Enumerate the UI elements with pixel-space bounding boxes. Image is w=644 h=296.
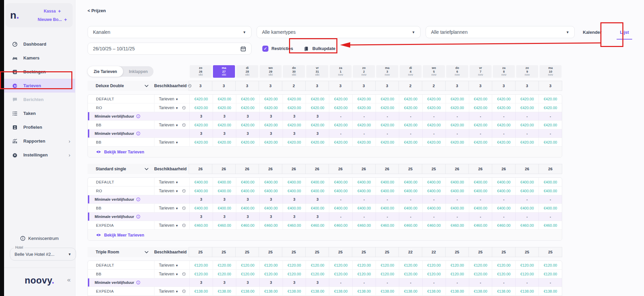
price-cell[interactable]: €460.00	[259, 221, 283, 229]
min-stay-cell[interactable]: -	[446, 213, 469, 221]
price-cell[interactable]: €420.00	[399, 121, 422, 129]
price-cell[interactable]: €420.00	[539, 95, 562, 103]
price-cell[interactable]: €400.00	[376, 187, 399, 195]
price-cell[interactable]: €420.00	[422, 121, 446, 129]
price-cell[interactable]: €420.00	[189, 138, 213, 146]
rate-plans-select[interactable]: Alle tariefplannen ▼	[426, 26, 575, 38]
price-cell[interactable]: €420.00	[446, 103, 469, 112]
price-cell[interactable]: €400.00	[492, 204, 515, 212]
price-cell[interactable]: €120.00	[236, 270, 259, 278]
min-stay-cell[interactable]: -	[446, 112, 469, 120]
min-stay-cell[interactable]: -	[399, 278, 422, 287]
min-stay-cell[interactable]: 3	[213, 129, 236, 138]
price-cell[interactable]: €400.00	[329, 204, 352, 212]
price-cell[interactable]: €420.00	[446, 121, 469, 129]
price-cell[interactable]: €420.00	[399, 138, 422, 146]
price-cell[interactable]: €460.00	[539, 221, 562, 229]
restrictions-checkbox[interactable]: ✓ Restricties	[262, 46, 293, 52]
price-cell[interactable]: €138.00	[352, 287, 376, 295]
price-cell[interactable]: €460.00	[469, 221, 492, 229]
price-cell[interactable]: €120.00	[376, 270, 399, 278]
price-cell[interactable]: €400.00	[306, 187, 329, 195]
price-cell[interactable]: €120.00	[352, 270, 376, 278]
min-stay-cell[interactable]: 3	[189, 278, 213, 287]
min-stay-cell[interactable]: -	[515, 112, 539, 120]
min-stay-cell[interactable]: 3	[283, 278, 306, 287]
calendar-view-tab[interactable]: Kalender	[580, 30, 604, 35]
price-cell[interactable]: €400.00	[399, 187, 422, 195]
price-cell[interactable]: €400.00	[515, 204, 539, 212]
price-cell[interactable]: €420.00	[236, 103, 259, 112]
price-cell[interactable]: €420.00	[213, 121, 236, 129]
price-cell[interactable]: €420.00	[329, 121, 352, 129]
price-cell[interactable]: €400.00	[469, 187, 492, 195]
price-cell[interactable]: €400.00	[469, 178, 492, 186]
date-chip[interactable]: ma10nov	[540, 65, 562, 78]
price-cell[interactable]: €420.00	[213, 103, 236, 112]
min-stay-cell[interactable]: -	[492, 278, 515, 287]
price-cell[interactable]: €138.00	[213, 287, 236, 295]
date-chip[interactable]: wo29okt	[260, 65, 282, 78]
price-cell[interactable]: €138.00	[469, 287, 492, 295]
price-cell[interactable]: €420.00	[329, 103, 352, 112]
price-cell[interactable]: €420.00	[259, 103, 283, 112]
min-stay-cell[interactable]: -	[539, 112, 562, 120]
price-cell[interactable]: €400.00	[283, 187, 306, 195]
price-cell[interactable]: €120.00	[539, 270, 562, 278]
price-cell[interactable]: €400.00	[515, 178, 539, 186]
min-stay-cell[interactable]: -	[329, 195, 352, 203]
price-cell[interactable]: €120.00	[283, 270, 306, 278]
price-cell[interactable]: €400.00	[399, 204, 422, 212]
date-chip[interactable]: vr31okt	[306, 65, 328, 78]
price-cell[interactable]: €400.00	[306, 178, 329, 186]
room-select[interactable]: Deluxe Double	[88, 81, 154, 91]
price-cell[interactable]: €120.00	[446, 270, 469, 278]
price-cell[interactable]: €420.00	[306, 121, 329, 129]
price-cell[interactable]: €120.00	[399, 261, 422, 269]
price-cell[interactable]: €138.00	[446, 287, 469, 295]
date-chip[interactable]: zo26okt	[190, 65, 212, 78]
price-cell[interactable]: €400.00	[283, 204, 306, 212]
price-cell[interactable]: €120.00	[259, 261, 283, 269]
price-cell[interactable]: €400.00	[539, 178, 562, 186]
min-stay-cell[interactable]: -	[399, 195, 422, 203]
min-stay-cell[interactable]: 3	[213, 112, 236, 120]
min-stay-cell[interactable]: -	[422, 112, 446, 120]
price-cell[interactable]: €460.00	[189, 221, 213, 229]
min-stay-cell[interactable]: -	[329, 129, 352, 138]
price-cell[interactable]: €400.00	[189, 204, 213, 212]
min-stay-cell[interactable]: -	[539, 129, 562, 138]
list-view-tab[interactable]: Lijst	[617, 30, 632, 35]
price-cell[interactable]: €460.00	[352, 221, 376, 229]
price-cell[interactable]: €460.00	[283, 221, 306, 229]
price-cell[interactable]: €120.00	[189, 261, 213, 269]
sidebar-item-instellingen[interactable]: Instellingen›	[4, 148, 75, 162]
price-cell[interactable]: €460.00	[515, 221, 539, 229]
price-cell[interactable]: €120.00	[189, 270, 213, 278]
price-cell[interactable]: €400.00	[422, 187, 446, 195]
min-stay-cell[interactable]: -	[515, 195, 539, 203]
price-cell[interactable]: €120.00	[492, 270, 515, 278]
price-cell[interactable]: €420.00	[189, 95, 213, 103]
price-cell[interactable]: €400.00	[352, 187, 376, 195]
date-chip[interactable]: do6nov	[446, 65, 468, 78]
price-cell[interactable]: €420.00	[492, 95, 515, 103]
price-cell[interactable]: €460.00	[422, 221, 446, 229]
price-cell[interactable]: €420.00	[492, 121, 515, 129]
price-cell[interactable]: €138.00	[236, 287, 259, 295]
sidebar-item-tarieven[interactable]: $Tarieven	[4, 79, 75, 93]
price-cell[interactable]: €400.00	[446, 204, 469, 212]
price-cell[interactable]: €400.00	[539, 187, 562, 195]
price-cell[interactable]: €400.00	[329, 187, 352, 195]
rates-dropdown[interactable]: Tarieven ▼	[154, 270, 189, 278]
price-cell[interactable]: €400.00	[236, 178, 259, 186]
price-cell[interactable]: €400.00	[259, 204, 283, 212]
price-cell[interactable]: €420.00	[376, 138, 399, 146]
price-cell[interactable]: €420.00	[515, 138, 539, 146]
price-cell[interactable]: €420.00	[236, 121, 259, 129]
price-cell[interactable]: €400.00	[492, 178, 515, 186]
price-cell[interactable]: €120.00	[376, 261, 399, 269]
price-cell[interactable]: €420.00	[352, 121, 376, 129]
rates-dropdown[interactable]: Tarieven ▼	[154, 121, 189, 129]
price-cell[interactable]: €400.00	[399, 178, 422, 186]
